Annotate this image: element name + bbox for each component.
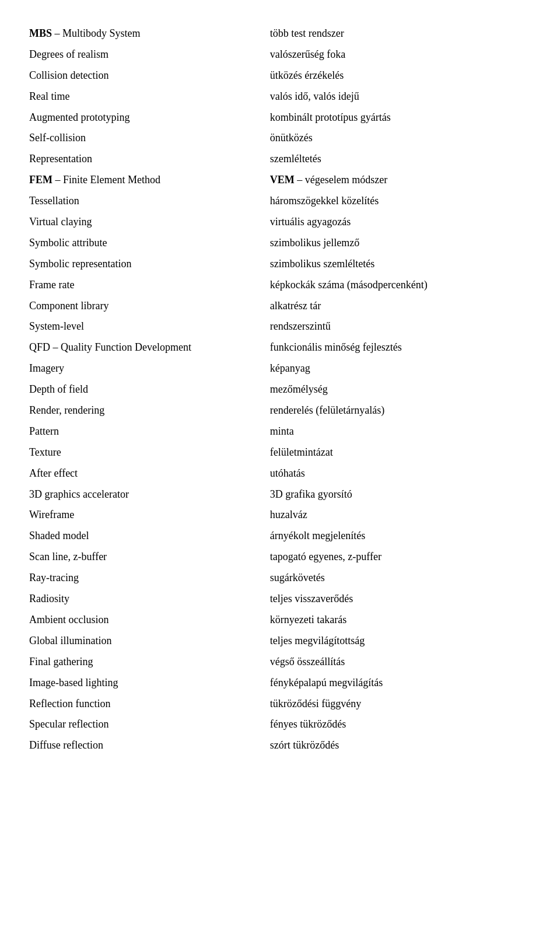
term-english: Render, rendering <box>29 400 270 421</box>
table-row: Patternminta <box>29 421 531 442</box>
term-english: System-level <box>29 316 270 337</box>
term-english: Diffuse reflection <box>29 735 270 756</box>
term-hungarian: környezeti takarás <box>270 610 531 631</box>
term-hungarian: funkcionális minőség fejlesztés <box>270 337 531 358</box>
term-english: Specular reflection <box>29 714 270 735</box>
term-english: Depth of field <box>29 379 270 400</box>
term-hungarian: fényképalapú megvilágítás <box>270 673 531 694</box>
term-hungarian: képanyag <box>270 358 531 379</box>
term-hungarian: minta <box>270 421 531 442</box>
term-hungarian: sugárkövetés <box>270 568 531 589</box>
term-hungarian: renderelés (felületárnyalás) <box>270 400 531 421</box>
table-row: Collision detectionütközés érzékelés <box>29 65 531 86</box>
table-row: Symbolic attributeszimbolikus jellemző <box>29 233 531 254</box>
table-row: Wireframehuzalváz <box>29 505 531 526</box>
table-row: Final gatheringvégső összeállítás <box>29 652 531 673</box>
term-hungarian: árnyékolt megjelenítés <box>270 526 531 547</box>
table-row: Tessellationháromszögekkel közelítés <box>29 191 531 212</box>
term-hungarian: utóhatás <box>270 463 531 484</box>
term-english: Augmented prototyping <box>29 107 270 128</box>
term-english: Texture <box>29 442 270 463</box>
term-hungarian: tapogató egyenes, z-puffer <box>270 547 531 568</box>
table-row: Frame rateképkockák száma (másodpercenké… <box>29 275 531 296</box>
term-english: 3D graphics accelerator <box>29 484 270 505</box>
table-row: System-levelrendszerszintű <box>29 316 531 337</box>
table-row: Reflection functiontükröződési függvény <box>29 694 531 715</box>
term-english: Wireframe <box>29 505 270 526</box>
table-row: Component libraryalkatrész tár <box>29 296 531 317</box>
table-row: Texturefelületmintázat <box>29 442 531 463</box>
term-english: MBS – Multibody System <box>29 23 270 44</box>
term-hungarian: szemléltetés <box>270 149 531 170</box>
glossary-table: MBS – Multibody Systemtöbb test rendszer… <box>29 23 531 756</box>
term-english: Image-based lighting <box>29 673 270 694</box>
term-english: QFD – Quality Function Development <box>29 337 270 358</box>
term-hungarian: huzalváz <box>270 505 531 526</box>
table-row: Symbolic representationszimbolikus szeml… <box>29 254 531 275</box>
term-english: Representation <box>29 149 270 170</box>
term-english: Frame rate <box>29 275 270 296</box>
term-english: Ray-tracing <box>29 568 270 589</box>
table-row: Image-based lightingfényképalapú megvilá… <box>29 673 531 694</box>
term-hungarian: alkatrész tár <box>270 296 531 317</box>
table-row: Radiosityteljes visszaverődés <box>29 589 531 610</box>
term-english: Pattern <box>29 421 270 442</box>
term-hungarian: mezőmélység <box>270 379 531 400</box>
table-row: After effectutóhatás <box>29 463 531 484</box>
table-row: Global illuminationteljes megvilágítotts… <box>29 631 531 652</box>
term-hungarian: tükröződési függvény <box>270 694 531 715</box>
term-english: Real time <box>29 86 270 107</box>
term-hungarian: rendszerszintű <box>270 316 531 337</box>
term-english: FEM – Finite Element Method <box>29 170 270 191</box>
table-row: Virtual clayingvirtuális agyagozás <box>29 212 531 233</box>
term-hungarian: képkockák száma (másodpercenként) <box>270 275 531 296</box>
term-hungarian: végső összeállítás <box>270 652 531 673</box>
term-english: Symbolic attribute <box>29 233 270 254</box>
term-english: Component library <box>29 296 270 317</box>
term-english: Scan line, z-buffer <box>29 547 270 568</box>
table-row: Shaded modelárnyékolt megjelenítés <box>29 526 531 547</box>
table-row: Degrees of realismvalószerűség foka <box>29 44 531 65</box>
term-hungarian: valós idő, valós idejű <box>270 86 531 107</box>
term-hungarian: valószerűség foka <box>270 44 531 65</box>
term-hungarian: szimbolikus szemléltetés <box>270 254 531 275</box>
term-hungarian: kombinált prototípus gyártás <box>270 107 531 128</box>
table-row: Representationszemléltetés <box>29 149 531 170</box>
term-hungarian: teljes visszaverődés <box>270 589 531 610</box>
term-english: Radiosity <box>29 589 270 610</box>
term-english: Collision detection <box>29 65 270 86</box>
term-hungarian: virtuális agyagozás <box>270 212 531 233</box>
table-row: Imageryképanyag <box>29 358 531 379</box>
table-row: QFD – Quality Function Developmentfunkci… <box>29 337 531 358</box>
term-english: Virtual claying <box>29 212 270 233</box>
term-hungarian: szórt tükröződés <box>270 735 531 756</box>
term-english: Global illumination <box>29 631 270 652</box>
table-row: Specular reflectionfényes tükröződés <box>29 714 531 735</box>
term-english: Ambient occlusion <box>29 610 270 631</box>
term-hungarian: VEM – végeselem módszer <box>270 170 531 191</box>
term-hungarian: teljes megvilágítottság <box>270 631 531 652</box>
term-english: Imagery <box>29 358 270 379</box>
term-english: Final gathering <box>29 652 270 673</box>
term-hungarian: 3D grafika gyorsító <box>270 484 531 505</box>
term-english: Shaded model <box>29 526 270 547</box>
term-hungarian: ütközés érzékelés <box>270 65 531 86</box>
term-english: Tessellation <box>29 191 270 212</box>
term-hungarian: szimbolikus jellemző <box>270 233 531 254</box>
table-row: Scan line, z-buffertapogató egyenes, z-p… <box>29 547 531 568</box>
term-hungarian: fényes tükröződés <box>270 714 531 735</box>
table-row: Ambient occlusionkörnyezeti takarás <box>29 610 531 631</box>
term-english: Reflection function <box>29 694 270 715</box>
table-row: Self-collisionönütközés <box>29 128 531 149</box>
table-row: 3D graphics accelerator3D grafika gyorsí… <box>29 484 531 505</box>
table-row: Real timevalós idő, valós idejű <box>29 86 531 107</box>
term-hungarian: felületmintázat <box>270 442 531 463</box>
term-english: Self-collision <box>29 128 270 149</box>
term-hungarian: több test rendszer <box>270 23 531 44</box>
table-row: FEM – Finite Element MethodVEM – végesel… <box>29 170 531 191</box>
term-hungarian: önütközés <box>270 128 531 149</box>
term-english: Symbolic representation <box>29 254 270 275</box>
table-row: MBS – Multibody Systemtöbb test rendszer <box>29 23 531 44</box>
term-hungarian: háromszögekkel közelítés <box>270 191 531 212</box>
term-english: After effect <box>29 463 270 484</box>
